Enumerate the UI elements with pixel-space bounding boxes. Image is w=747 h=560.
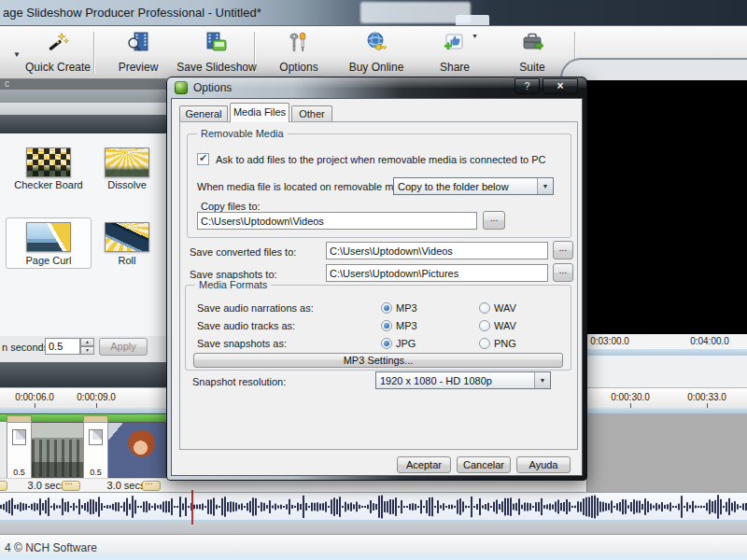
help-button[interactable]: Ayuda (516, 456, 571, 473)
timeline-clip-thumbnail[interactable] (31, 422, 84, 478)
timeline-ruler-right[interactable]: 0:00:30.0 0:00:33.0 (586, 387, 747, 408)
narrations-mp3-radio[interactable] (381, 302, 392, 314)
copy-files-browse-button[interactable]: ... (483, 211, 505, 230)
audio-track[interactable] (0, 492, 747, 520)
removable-media-group: Removable Media ✔ Ask to add files to th… (187, 133, 571, 238)
quick-create-label: Quick Create (25, 61, 91, 74)
chevron-down-icon: ▼ (537, 178, 553, 194)
quick-create-button[interactable]: Quick Create (22, 31, 93, 76)
preview-button[interactable]: Preview (105, 31, 172, 76)
buy-online-button[interactable]: Buy Online (340, 31, 413, 76)
timeline-clip-thumbnail[interactable] (106, 422, 166, 478)
snapshot-resolution-value: 1920 x 1080 - HD 1080p (376, 375, 492, 386)
transitions-panel-band (0, 90, 166, 103)
snapshots-jpg-label: JPG (396, 338, 416, 349)
media-formats-legend: Media Formats (195, 279, 271, 290)
options-label: Options (279, 61, 317, 74)
transition-label: Roll (80, 255, 174, 266)
transition-duration-value: 0.5 (84, 468, 107, 477)
media-location-value: Copy to the folder below (394, 181, 509, 192)
narrations-wav-radio[interactable] (479, 302, 490, 314)
globe-key-icon (364, 31, 388, 59)
film-save-icon (204, 31, 229, 59)
preview-scrub-ruler[interactable]: 0:03:00.0 0:04:00.0 (586, 334, 747, 349)
ruler-tick-label: 0:00:06.0 (2, 392, 67, 402)
snapshot-resolution-label: Snapshot resolution: (192, 376, 286, 387)
transition-thumb-page-curl[interactable] (26, 222, 71, 252)
media-location-label: When media file is located on removable … (197, 181, 416, 192)
timeline-transition-box[interactable]: 0.5 (7, 422, 32, 480)
snapshots-jpg-radio[interactable] (381, 338, 392, 349)
suite-button[interactable]: Suite (504, 31, 560, 76)
mp3-settings-button[interactable]: MP3 Settings... (193, 353, 563, 368)
tab-general[interactable]: General (179, 105, 228, 121)
tab-media-files[interactable]: Media Files (230, 103, 289, 122)
ok-button[interactable]: Aceptar (397, 456, 451, 473)
copy-files-to-label: Copy files to: (201, 201, 261, 212)
scrub-tick-label: 0:04:00.0 (677, 336, 742, 346)
save-converted-label: Save converted files to: (190, 246, 296, 258)
app-window: age Slideshow Producer Professional - Un… (0, 0, 747, 560)
save-converted-browse-button[interactable]: ... (553, 241, 573, 259)
save-slideshow-button[interactable]: Save Slideshow (174, 31, 260, 76)
clip-options-button[interactable] (0, 481, 7, 491)
timeline-ruler-left[interactable]: 0:00:06.0 0:00:09.0 (0, 387, 166, 408)
window-titlebar[interactable]: age Slideshow Producer Professional - Un… (0, 0, 747, 26)
media-location-dropdown[interactable]: Copy to the folder below ▼ (393, 177, 554, 195)
dialog-close-button[interactable]: × (543, 78, 578, 94)
apply-button[interactable]: Apply (99, 338, 148, 356)
spinner-up-button[interactable]: ▲ (80, 338, 94, 346)
dialog-help-button[interactable]: ? (514, 78, 540, 94)
ruler-tick-label: 0:00:30.0 (598, 392, 663, 402)
options-button[interactable]: Options (267, 31, 331, 76)
removable-media-legend: Removable Media (197, 128, 288, 139)
narrations-mp3-label: MP3 (396, 302, 417, 314)
ruler-tick-label: 0:00:09.0 (63, 392, 129, 402)
media-files-tab-page: Removable Media ✔ Ask to add files to th… (179, 121, 578, 450)
share-thumbsup-icon: ▼ (443, 31, 467, 59)
suite-label: Suite (519, 61, 544, 74)
save-converted-input[interactable] (326, 242, 548, 259)
timeline-playhead[interactable] (191, 490, 193, 525)
save-slideshow-label: Save Slideshow (176, 61, 256, 74)
ask-add-files-checkbox[interactable]: ✔ (197, 153, 209, 165)
options-dialog: Options ? × General Media Files Other Re… (166, 77, 587, 481)
ask-add-files-label: Ask to add files to the project when rem… (216, 154, 545, 165)
snapshots-format-label: Save snapshots as: (197, 338, 287, 349)
audio-tracks-label: Save audio tracks as: (197, 320, 295, 331)
media-formats-group: Media Formats Save audio narrations as: … (185, 285, 571, 371)
tracks-wav-radio[interactable] (479, 320, 490, 331)
page-curl-icon (12, 429, 26, 445)
snapshot-resolution-dropdown[interactable]: 1920 x 1080 - HD 1080p ▼ (375, 371, 551, 389)
transition-thumb-dissolve[interactable] (105, 147, 149, 177)
page-curl-icon (89, 429, 103, 445)
share-button[interactable]: ▼ Share (426, 31, 484, 76)
transitions-panel-band-light (0, 103, 166, 115)
clip-options-button[interactable] (62, 481, 80, 491)
clip-options-button[interactable] (142, 481, 161, 491)
tools-icon (287, 31, 311, 59)
snapshots-png-radio[interactable] (479, 338, 490, 349)
transition-thumb-roll[interactable] (105, 222, 149, 252)
transitions-panel-header: c (0, 79, 166, 90)
share-dropdown-arrow[interactable]: ▼ (472, 33, 478, 39)
save-snapshots-browse-button[interactable]: ... (553, 263, 573, 282)
toolbar-overflow-arrow[interactable]: ▼ (13, 50, 21, 59)
transition-thumb-checker-board[interactable] (26, 147, 71, 177)
audio-narrations-label: Save audio narrations as: (197, 302, 314, 314)
timeline-transition-box[interactable]: 0.5 (83, 422, 108, 480)
tab-other[interactable]: Other (291, 105, 332, 121)
ruler-tick-label: 0:00:33.0 (674, 392, 740, 402)
film-magnifier-icon (126, 31, 150, 59)
tracks-mp3-label: MP3 (396, 320, 417, 331)
preview-label: Preview (119, 61, 159, 74)
tracks-mp3-radio[interactable] (381, 320, 392, 331)
transition-duration-input[interactable] (45, 338, 80, 355)
transitions-panel-header-text: c (5, 78, 9, 89)
save-snapshots-input[interactable] (326, 264, 548, 282)
share-label: Share (440, 61, 470, 74)
cancel-button[interactable]: Cancelar (457, 456, 511, 473)
check-icon: ✔ (199, 152, 207, 164)
copy-files-to-input[interactable] (197, 212, 477, 230)
spinner-down-button[interactable]: ▼ (80, 346, 94, 355)
